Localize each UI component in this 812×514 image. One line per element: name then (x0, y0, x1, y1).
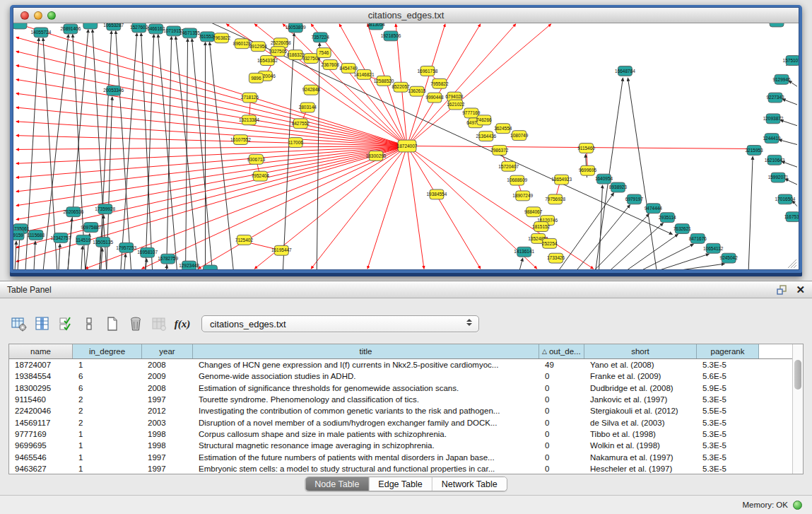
graph-edge[interactable] (558, 193, 614, 269)
table-settings-icon[interactable] (10, 315, 28, 333)
table-cell[interactable]: 0 (539, 428, 584, 440)
table-cell[interactable]: 5.3E-5 (697, 463, 759, 474)
table-cell[interactable]: 5.5E-5 (697, 405, 759, 416)
vertical-scrollbar[interactable] (792, 344, 803, 474)
graph-edge[interactable] (519, 258, 523, 269)
table-cell[interactable]: 2 (73, 416, 142, 428)
table-row[interactable]: 977716911998Corpus callosum shape and si… (9, 428, 803, 440)
table-cell[interactable]: 5.3E-5 (697, 416, 759, 428)
minimize-window-button[interactable] (34, 11, 42, 20)
table-row[interactable]: 1830029562008Estimation of significance … (9, 382, 803, 394)
table-cell[interactable]: 0 (539, 370, 584, 382)
table-cell[interactable]: de Silva et al. (2003) (584, 416, 697, 428)
table-cell[interactable]: 1 (73, 463, 142, 474)
delete-table-icon[interactable] (126, 315, 145, 333)
zoom-window-button[interactable] (47, 11, 56, 20)
table-cell[interactable]: 6 (73, 382, 142, 394)
column-header-in_degree[interactable]: in_degree (73, 344, 142, 358)
table-cell[interactable]: 2003 (142, 416, 193, 428)
table-cell[interactable]: Investigating the contribution of common… (193, 405, 539, 416)
table-cell[interactable]: 18724007 (9, 359, 73, 370)
table-cell[interactable]: 5.6E-5 (697, 370, 759, 382)
table-cell[interactable]: 5.3E-5 (697, 359, 759, 370)
graph-edge[interactable] (779, 140, 797, 145)
graph-edge[interactable] (625, 234, 678, 269)
graph-edge[interactable] (594, 214, 649, 269)
table-cell[interactable]: 0 (539, 451, 584, 462)
column-header-year[interactable]: year (142, 344, 193, 358)
table-cell[interactable]: Tourette syndrome. Phenomenology and cla… (193, 394, 539, 405)
table-cell[interactable]: Disruption of a novel member of a sodium… (193, 416, 539, 428)
table-cell[interactable]: 0 (539, 382, 584, 394)
table-select-dropdown[interactable]: citations_edges.txt (201, 315, 479, 332)
table-row[interactable]: 1872400712008Changes of HCN gene express… (9, 359, 803, 370)
scrollbar-thumb[interactable] (794, 360, 801, 390)
graph-edge[interactable] (16, 107, 407, 146)
table-cell[interactable]: 1997 (142, 451, 193, 462)
function-builder-icon[interactable]: f(x) (173, 315, 192, 333)
table-cell[interactable]: 9463627 (9, 463, 73, 474)
table-cell[interactable]: 0 (539, 463, 584, 474)
table-cell[interactable]: 1998 (142, 428, 193, 440)
table-cell[interactable]: 5.3E-5 (697, 428, 759, 440)
table-cell[interactable]: 2009 (142, 370, 193, 382)
table-cell[interactable]: Wolkin et al. (1998) (584, 440, 697, 451)
table-cell[interactable]: 1 (73, 451, 142, 462)
graph-edge[interactable] (34, 241, 35, 269)
graph-edge[interactable] (671, 264, 724, 269)
network-window-titlebar[interactable]: citations_edges.txt (13, 8, 799, 23)
table-cell[interactable]: 0 (539, 405, 584, 416)
graph-edge[interactable] (59, 244, 60, 269)
select-rows-icon[interactable] (57, 315, 75, 333)
table-cell[interactable]: Tibbo et al. (1998) (584, 428, 697, 440)
table-row[interactable]: 946362711997Embryonic stem cells: a mode… (9, 463, 803, 474)
table-cell[interactable]: 22420046 (9, 405, 73, 416)
graph-edge[interactable] (628, 78, 657, 269)
table-cell[interactable]: Dudbridge et al. (2008) (584, 382, 697, 394)
table-cell[interactable]: Stergiakouli et al. (2012) (584, 405, 697, 416)
graph-edge[interactable] (748, 156, 753, 269)
table-cell[interactable]: 1 (73, 428, 142, 440)
table-row[interactable]: 946554611997Estimation of the future num… (9, 451, 803, 462)
resize-grip-icon[interactable] (788, 259, 796, 268)
graph-edge[interactable] (367, 146, 407, 269)
table-cell[interactable]: 18300295 (9, 382, 73, 394)
graph-edge[interactable] (199, 146, 407, 269)
table-row[interactable]: 969969511998Structural magnetic resonanc… (9, 440, 803, 451)
graph-edge[interactable] (73, 35, 86, 269)
table-cell[interactable]: 5.3E-5 (697, 451, 759, 462)
graph-edge[interactable] (407, 146, 481, 269)
table-cell[interactable]: 2012 (142, 405, 193, 416)
table-cell[interactable]: 2 (73, 405, 142, 416)
table-cell[interactable]: Corpus callosum shape and size in male p… (193, 428, 539, 440)
float-window-icon[interactable] (777, 285, 787, 295)
table-cell[interactable]: Estimation of the future numbers of pati… (193, 451, 539, 462)
table-cell[interactable]: 9465546 (9, 451, 73, 462)
graph-edge[interactable] (68, 218, 72, 269)
table-cell[interactable]: 1997 (142, 463, 193, 474)
graph-edge[interactable] (596, 78, 623, 269)
table-cell[interactable]: Hescheler et al. (1997) (584, 463, 697, 474)
graph-edge[interactable] (608, 223, 663, 269)
table-row[interactable]: 1456911722003Disruption of a novel membe… (9, 416, 803, 428)
table-cell[interactable]: 5.3E-5 (697, 394, 759, 405)
table-cell[interactable]: 14569117 (9, 416, 73, 428)
graph-edge[interactable] (16, 136, 407, 146)
graph-node[interactable] (13, 23, 27, 29)
table-cell[interactable]: 5.3E-5 (697, 440, 759, 451)
table-cell[interactable]: Nakamura et al. (1997) (584, 451, 697, 462)
table-cell[interactable]: Structural magnetic resonance image aver… (193, 440, 539, 451)
table-cell[interactable]: 19384554 (9, 370, 73, 382)
table-cell[interactable]: Estimation of significance thresholds fo… (193, 382, 539, 394)
table-cell[interactable]: Franke et al. (2009) (584, 370, 697, 382)
graph-edge[interactable] (16, 37, 407, 146)
graph-node[interactable] (204, 265, 218, 269)
table-cell[interactable]: 6 (73, 370, 142, 382)
table-cell[interactable]: 9115460 (9, 394, 73, 405)
column-header-short[interactable]: short (584, 344, 697, 358)
close-panel-icon[interactable]: ✕ (796, 284, 805, 295)
table-cell[interactable]: 0 (539, 416, 584, 428)
table-cell[interactable]: Changes of HCN gene expression and I(f) … (193, 359, 539, 370)
graph-node[interactable] (770, 23, 784, 27)
graph-edge[interactable] (15, 241, 16, 269)
